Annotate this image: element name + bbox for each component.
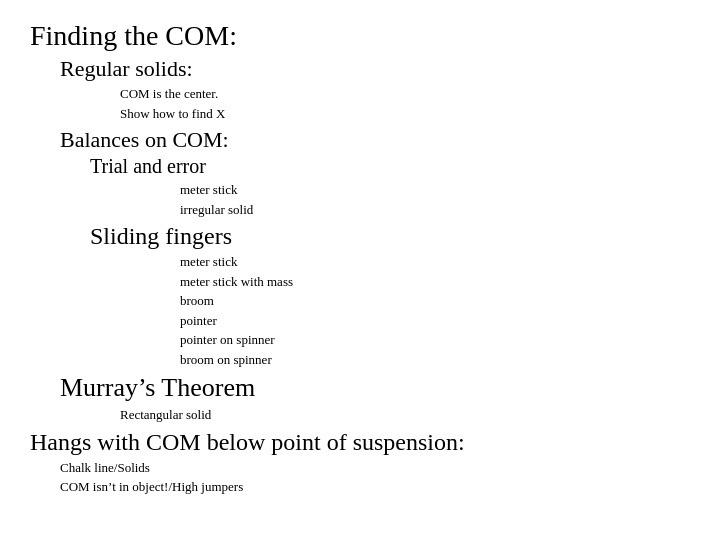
hangs-item-1: Chalk line/Solids bbox=[60, 458, 690, 478]
sliding-item-2: meter stick with mass bbox=[180, 272, 690, 292]
sliding-item-4: pointer bbox=[180, 311, 690, 331]
trial-error-items: meter stick irregular solid bbox=[180, 180, 690, 219]
trial-error-section: Trial and error meter stick irregular so… bbox=[90, 155, 690, 219]
sliding-item-1: meter stick bbox=[180, 252, 690, 272]
balances-heading: Balances on COM: bbox=[60, 127, 690, 153]
main-title-container: Finding the COM: bbox=[30, 20, 690, 52]
trial-error-item-1: meter stick bbox=[180, 180, 690, 200]
regular-solids-item-2: Show how to find X bbox=[120, 104, 690, 124]
regular-solids-items: COM is the center. Show how to find X bbox=[120, 84, 690, 123]
hangs-heading: Hangs with COM below point of suspension… bbox=[30, 429, 690, 456]
murrays-item-1: Rectangular solid bbox=[120, 405, 690, 425]
sliding-item-3: broom bbox=[180, 291, 690, 311]
murrays-section: Murray’s Theorem Rectangular solid bbox=[60, 373, 690, 425]
regular-solids-item-1: COM is the center. bbox=[120, 84, 690, 104]
murrays-items: Rectangular solid bbox=[120, 405, 690, 425]
balances-section: Balances on COM: bbox=[60, 127, 690, 153]
main-title: Finding the COM: bbox=[30, 20, 690, 52]
sliding-fingers-section: Sliding fingers meter stick meter stick … bbox=[90, 223, 690, 369]
sliding-fingers-items: meter stick meter stick with mass broom … bbox=[180, 252, 690, 369]
page-content: Finding the COM: Regular solids: COM is … bbox=[0, 0, 720, 517]
trial-error-item-2: irregular solid bbox=[180, 200, 690, 220]
regular-solids-section: Regular solids: COM is the center. Show … bbox=[60, 56, 690, 123]
hangs-items: Chalk line/Solids COM isn’t in object!/H… bbox=[60, 458, 690, 497]
sliding-fingers-heading: Sliding fingers bbox=[90, 223, 690, 250]
hangs-section: Hangs with COM below point of suspension… bbox=[30, 429, 690, 497]
sliding-item-5: pointer on spinner bbox=[180, 330, 690, 350]
sliding-item-6: broom on spinner bbox=[180, 350, 690, 370]
murrays-heading: Murray’s Theorem bbox=[60, 373, 690, 403]
hangs-item-2: COM isn’t in object!/High jumpers bbox=[60, 477, 690, 497]
regular-solids-heading: Regular solids: bbox=[60, 56, 690, 82]
trial-error-heading: Trial and error bbox=[90, 155, 690, 178]
